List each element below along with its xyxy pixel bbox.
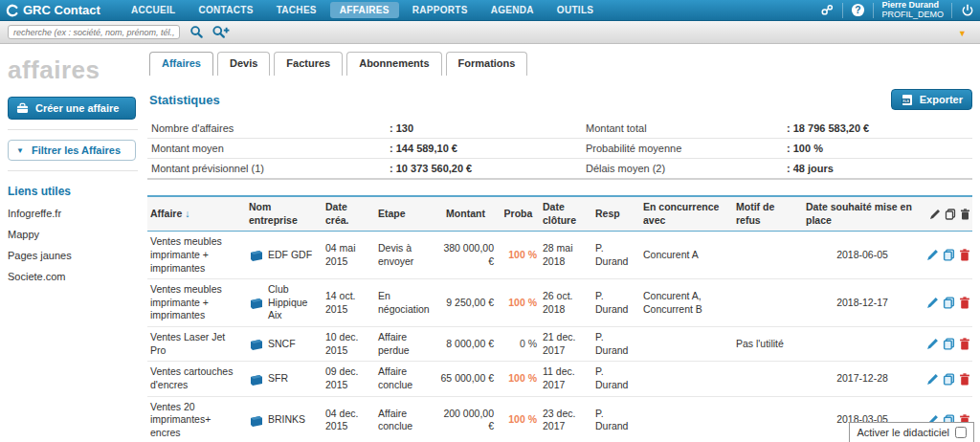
page-title: affaires — [8, 55, 138, 85]
header-refusal[interactable]: Motif de refus — [733, 197, 803, 231]
nav-item-outils[interactable]: OUTILS — [547, 2, 603, 18]
date-close: 28 mai 2018 — [540, 238, 592, 272]
tab-abonnements[interactable]: Abonnements — [346, 52, 441, 76]
date-wished: 2017-12-28 — [803, 368, 922, 389]
svg-text:?: ? — [856, 5, 861, 15]
stat-value: : 100 % — [787, 143, 972, 154]
nav-item-rapports[interactable]: RAPPORTS — [403, 2, 478, 18]
tab-formations[interactable]: Formations — [446, 52, 528, 76]
edit-icon[interactable] — [926, 338, 939, 350]
divider — [873, 3, 874, 18]
delete-icon[interactable] — [959, 297, 970, 309]
nav-item-agenda[interactable]: AGENDA — [481, 2, 544, 18]
app-logo: GRC Contact — [6, 3, 100, 17]
amount: 9 250,00 € — [434, 293, 497, 314]
company-name: SFR — [268, 372, 288, 386]
header-created[interactable]: Date créa. — [323, 197, 375, 231]
copy-icon[interactable] — [943, 249, 955, 261]
date-close: 23 dec. 2017 — [540, 404, 592, 437]
tab-affaires[interactable]: Affaires — [149, 52, 213, 76]
table-row[interactable]: Ventes cartouches d'encres SFR 09 dec. 2… — [147, 362, 972, 396]
header-company[interactable]: Nom entreprise — [246, 197, 323, 231]
user-profile: PROFIL_DEMO — [881, 11, 944, 19]
affaire-name: Ventes 20 imprimantes+ encres — [147, 397, 246, 442]
nav-item-affaires[interactable]: AFFAIRES — [330, 2, 399, 18]
link-mappy[interactable]: Mappy — [8, 229, 138, 240]
link-pages-jaunes[interactable]: Pages jaunes — [8, 250, 138, 261]
link-societe[interactable]: Societe.com — [8, 271, 138, 282]
search-icon[interactable] — [189, 25, 204, 39]
stage: En négociation — [375, 286, 434, 320]
divider — [8, 129, 138, 130]
date-created: 09 dec. 2015 — [323, 362, 375, 395]
header-resp[interactable]: Resp — [592, 204, 640, 225]
nav-item-taches[interactable]: TACHES — [267, 2, 326, 18]
edit-icon[interactable] — [926, 373, 939, 386]
header-proba[interactable]: Proba — [497, 204, 540, 225]
stats-heading: Statistiques — [149, 93, 220, 107]
date-wished: 2018-12-17 — [803, 293, 922, 314]
table-row[interactable]: Ventes meubles imprimante + imprimantes … — [147, 279, 972, 327]
export-button[interactable]: XLS Exporter — [891, 89, 972, 110]
header-stage[interactable]: Etape — [375, 204, 434, 225]
refusal-reason: Pas l'utilité — [733, 334, 803, 355]
navbar-right: ? Pierre Durand PROFIL_DEMO — [820, 1, 974, 19]
logout-power-icon[interactable] — [960, 3, 974, 17]
copy-icon[interactable] — [943, 373, 955, 386]
table-row[interactable]: Ventes meubles imprimante + imprimantes … — [147, 232, 972, 279]
header-close[interactable]: Date clôture — [540, 197, 592, 231]
affaire-name: Ventes meubles imprimante + imprimantes — [147, 232, 246, 278]
top-navbar: GRC Contact ACCUEIL CONTACTS TACHES AFFA… — [0, 0, 980, 21]
nav-item-accueil[interactable]: ACCUEIL — [122, 2, 186, 18]
tab-factures[interactable]: Factures — [274, 52, 343, 76]
table-header-row: Affaire↓ Nom entreprise Date créa. Etape… — [147, 195, 972, 232]
stats-row: Montant prévisionnel (1) : 10 373 560,20… — [147, 158, 972, 178]
stat-label: Montant prévisionnel (1) — [147, 163, 390, 174]
tab-devis[interactable]: Devis — [217, 52, 270, 76]
copy-icon[interactable] — [943, 297, 955, 309]
filter-affaires-button[interactable]: ▼ Filtrer les Affaires — [8, 140, 136, 161]
amount: 65 000,00 € — [434, 368, 497, 389]
divider — [8, 170, 138, 171]
header-amount[interactable]: Montant — [434, 204, 497, 225]
company-name: EDF GDF — [268, 249, 312, 262]
help-icon[interactable]: ? — [851, 3, 865, 17]
delete-icon[interactable] — [959, 249, 970, 261]
app-logo-text: GRC Contact — [23, 3, 100, 17]
competitors: Concurent A, Concurrent B — [640, 286, 733, 320]
stat-label: Probabilité moyenne — [586, 143, 787, 154]
user-menu[interactable]: Pierre Durand PROFIL_DEMO — [881, 1, 944, 19]
responsible: P. Durand — [592, 362, 640, 395]
sort-desc-icon[interactable]: ↓ — [185, 208, 189, 219]
settings-icon[interactable] — [820, 3, 835, 17]
create-affaire-button[interactable]: Créer une affaire — [8, 97, 136, 120]
header-competitors[interactable]: En concurrence avec — [640, 197, 733, 231]
main-content: Affaires Devis Factures Abonnements Form… — [144, 44, 980, 442]
nav-item-contacts[interactable]: CONTACTS — [189, 2, 262, 18]
company-icon — [249, 297, 264, 309]
edit-icon[interactable] — [926, 249, 939, 261]
table-row[interactable]: Ventes Laser Jet Pro SNCF 10 dec. 2015 A… — [147, 327, 972, 362]
edit-icon[interactable] — [926, 297, 939, 309]
collapse-caret-icon[interactable]: ▼ — [958, 29, 967, 38]
delete-icon[interactable] — [959, 373, 970, 386]
link-infogreffe[interactable]: Infogreffe.fr — [8, 208, 138, 219]
header-affaire[interactable]: Affaire↓ — [147, 204, 246, 225]
probability: 100 % — [497, 245, 540, 266]
affaire-name: Ventes cartouches d'encres — [147, 362, 246, 395]
tutorial-checkbox[interactable] — [955, 427, 967, 438]
stat-value: : 130 — [390, 122, 586, 134]
svg-text:XLS: XLS — [902, 99, 910, 103]
company-name: SNCF — [268, 338, 296, 351]
responsible: P. Durand — [592, 286, 640, 320]
briefcase-icon — [16, 102, 29, 114]
chevron-down-icon: ▼ — [16, 146, 24, 155]
copy-icon — [945, 209, 956, 220]
search-bar: ▼ — [0, 21, 980, 44]
probability: 0 % — [497, 334, 540, 355]
search-input[interactable] — [8, 25, 180, 39]
delete-icon[interactable] — [959, 338, 970, 350]
header-wished[interactable]: Date souhaité mise en place — [803, 197, 922, 231]
copy-icon[interactable] — [943, 338, 955, 350]
advanced-search-icon[interactable] — [212, 25, 231, 39]
